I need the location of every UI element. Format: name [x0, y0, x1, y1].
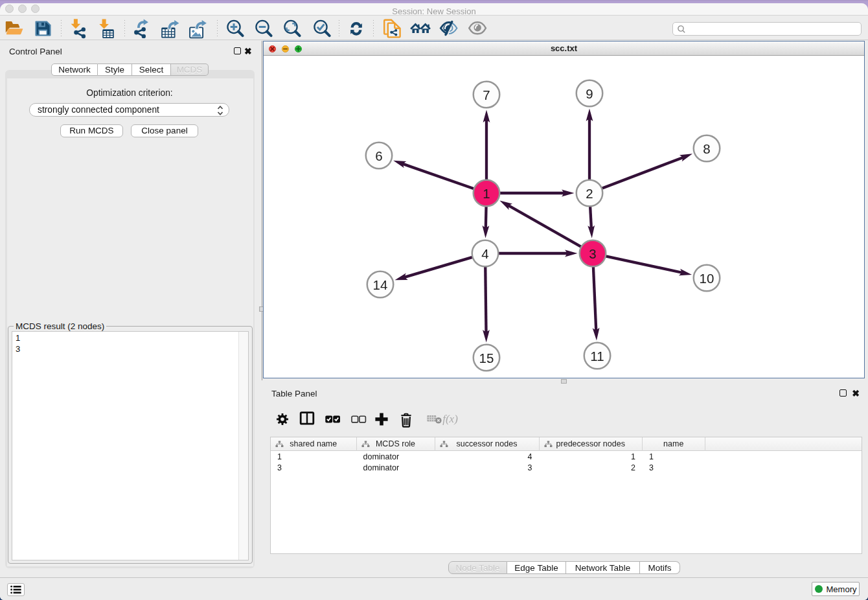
delete-column-icon[interactable]	[397, 410, 415, 428]
search-icon	[677, 25, 686, 34]
import-table-icon[interactable]	[97, 17, 119, 39]
table-cell[interactable]: 1	[540, 452, 636, 463]
edge-3-1[interactable]	[499, 201, 581, 247]
edge-2-3[interactable]	[588, 206, 595, 238]
control-panel-tabs: Network Style Select MCDS	[51, 63, 209, 76]
close-panel-icon[interactable]: ✖	[244, 47, 252, 55]
edge-2-9[interactable]	[586, 109, 593, 180]
apply-layout-icon[interactable]	[345, 17, 367, 39]
edge-1-2[interactable]	[500, 190, 575, 197]
edge-3-10[interactable]	[606, 256, 692, 275]
graph-node-label-7: 7	[483, 87, 490, 102]
column-header-successor-nodes[interactable]: successor nodes	[435, 437, 540, 451]
open-session-icon[interactable]	[4, 17, 26, 39]
toolbar-separator	[124, 20, 125, 37]
import-network-icon[interactable]	[69, 17, 91, 39]
edge-1-7[interactable]	[483, 110, 490, 180]
table-cell[interactable]: 1	[649, 452, 654, 463]
zoom-fit-icon[interactable]	[281, 17, 303, 39]
tab-edge-table[interactable]: Edge Table	[507, 561, 566, 574]
column-header-MCDS-role[interactable]: MCDS role	[357, 437, 435, 451]
table-cell[interactable]: 1	[277, 452, 282, 463]
toolbar-separator	[61, 20, 62, 37]
vertical-splitter[interactable]	[262, 41, 262, 380]
network-frame-title: scc.txt	[264, 41, 864, 56]
optimization-criterion-select[interactable]: strongly connected component	[29, 103, 229, 117]
main-toolbar	[0, 16, 868, 40]
column-header-shared-name[interactable]: shared name	[271, 437, 357, 451]
node-table[interactable]: shared nameMCDS rolesuccessor nodesprede…	[270, 437, 862, 554]
toolbar-separator	[373, 20, 374, 37]
network-graph: 1234678910111415	[264, 56, 864, 378]
control-panel-title: Control Panel	[9, 47, 62, 56]
preview-eye-icon[interactable]	[466, 17, 488, 39]
close-table-panel-icon[interactable]: ✖	[852, 389, 860, 397]
search-input[interactable]	[672, 22, 862, 36]
table-settings-icon[interactable]	[273, 410, 291, 428]
float-table-panel-icon[interactable]	[839, 389, 847, 397]
status-bar: Memory	[0, 577, 868, 600]
task-history-button[interactable]	[7, 583, 25, 596]
export-image-icon[interactable]	[187, 17, 209, 39]
tab-network-table[interactable]: Network Table	[566, 561, 640, 574]
tab-style[interactable]: Style	[98, 63, 132, 76]
control-panel-header: Control Panel ✖	[0, 41, 259, 60]
select-all-icon[interactable]	[323, 410, 341, 428]
result-scrollbar[interactable]	[238, 332, 248, 560]
tab-mcds[interactable]: MCDS	[171, 63, 209, 76]
table-cell[interactable]: 3	[277, 463, 282, 474]
app-window: Session: New Session Control	[0, 3, 868, 600]
edge-4-14[interactable]	[395, 257, 473, 281]
table-cell[interactable]: 3	[649, 463, 654, 474]
graph-node-label-14: 14	[373, 277, 388, 292]
memory-button[interactable]: Memory	[812, 582, 860, 596]
edge-4-3[interactable]	[499, 250, 578, 257]
edge-1-6[interactable]	[393, 161, 474, 189]
function-builder-icon[interactable]: f(x)	[441, 410, 459, 428]
zoom-out-icon[interactable]	[253, 17, 275, 39]
split-columns-icon[interactable]	[298, 410, 316, 428]
graphics-details-icon[interactable]	[438, 17, 460, 39]
add-column-icon[interactable]	[372, 410, 391, 428]
task-list-icon	[10, 585, 21, 594]
close-panel-button[interactable]: Close panel	[131, 124, 198, 137]
column-header-name[interactable]: name	[643, 437, 705, 451]
duplicate-network-icon[interactable]	[381, 17, 403, 39]
table-cell[interactable]: 2	[540, 463, 636, 474]
mcds-result-textarea[interactable]: 1 3	[12, 331, 249, 560]
mac-titlebar: Session: New Session	[0, 3, 868, 16]
optimization-criterion-label: Optimization criterion:	[0, 88, 259, 98]
export-table-icon[interactable]	[159, 17, 181, 39]
tab-select[interactable]: Select	[132, 63, 171, 76]
zoom-in-icon[interactable]	[224, 17, 246, 39]
export-network-icon[interactable]	[131, 17, 154, 39]
column-type-icon	[275, 441, 284, 448]
memory-status-dot	[815, 585, 823, 593]
table-cell[interactable]: dominator	[363, 463, 400, 474]
edge-3-11[interactable]	[593, 266, 600, 340]
first-neighbors-icon[interactable]	[409, 17, 431, 39]
tab-network[interactable]: Network	[51, 63, 98, 76]
horizontal-splitter-handle[interactable]	[561, 379, 567, 384]
zoom-selected-icon[interactable]	[311, 17, 333, 39]
float-panel-icon[interactable]	[234, 47, 241, 54]
network-canvas[interactable]: 1234678910111415	[264, 56, 864, 378]
table-toolbar: f(x)	[262, 405, 868, 433]
tab-node-table[interactable]: Node Table	[448, 561, 507, 574]
tab-motifs[interactable]: Motifs	[640, 561, 680, 574]
deselect-all-icon[interactable]	[349, 410, 367, 428]
table-cell[interactable]: 3	[435, 463, 532, 474]
table-cell[interactable]: dominator	[363, 452, 400, 463]
run-mcds-button[interactable]: Run MCDS	[60, 124, 123, 137]
mcds-result-label: MCDS result (2 nodes)	[14, 321, 106, 331]
column-header-predecessor-nodes[interactable]: predecessor nodes	[540, 437, 643, 451]
edge-1-4[interactable]	[483, 206, 490, 238]
mcds-result-group: MCDS result (2 nodes) 1 3	[8, 326, 253, 564]
edge-4-15[interactable]	[483, 266, 490, 342]
table-panel-header: Table Panel ✖	[262, 386, 868, 402]
table-cell[interactable]: 4	[435, 452, 532, 463]
edge-2-8[interactable]	[602, 154, 692, 188]
network-frame-titlebar[interactable]: scc.txt	[264, 41, 864, 56]
graph-node-label-8: 8	[703, 141, 710, 156]
save-session-icon[interactable]	[32, 17, 54, 39]
